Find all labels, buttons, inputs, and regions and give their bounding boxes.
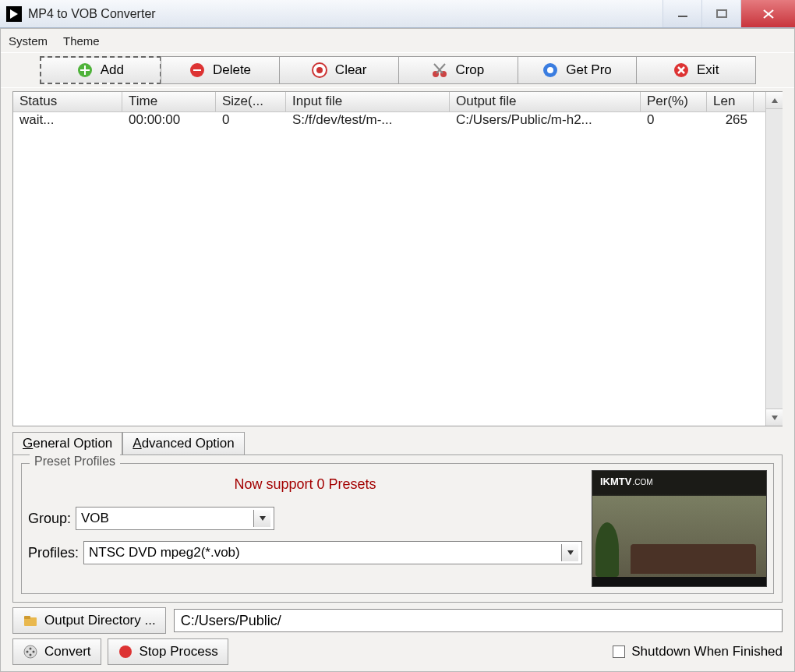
svg-marker-24 <box>567 550 574 555</box>
group-value: VOB <box>81 511 109 526</box>
stop-icon <box>118 644 133 660</box>
convert-icon <box>23 644 38 660</box>
window-title: MP4 to VOB Converter <box>28 7 156 21</box>
file-list: Status Time Size(... Input file Output f… <box>12 91 783 426</box>
col-status-header[interactable]: Status <box>13 92 122 111</box>
col-time-header[interactable]: Time <box>122 92 216 111</box>
bottom-row: Convert Stop Process Shutdown When Finis… <box>12 638 783 665</box>
svg-point-27 <box>24 645 37 658</box>
app-window: MP4 to VOB Converter System Theme Add <box>0 0 795 672</box>
scroll-up-arrow-icon[interactable] <box>766 92 783 109</box>
profiles-combo[interactable]: NTSC DVD mpeg2(*.vob) <box>83 541 582 564</box>
exit-button[interactable]: Exit <box>636 56 756 84</box>
get-pro-button[interactable]: Get Pro <box>518 56 638 84</box>
clear-icon <box>312 62 327 78</box>
svg-marker-22 <box>772 416 778 420</box>
col-input-header[interactable]: Input file <box>286 92 450 111</box>
group-label: Group: <box>28 511 71 527</box>
col-per-header[interactable]: Per(%) <box>641 92 707 111</box>
table-row[interactable]: wait... 00:00:00 0 S:/f/dev/test/m-... C… <box>13 112 765 131</box>
preset-message: Now support 0 Presets <box>28 470 582 507</box>
row-len: 265 <box>707 112 754 131</box>
toolbar: Add Delete Clear Crop Get Pro Exit <box>1 52 794 88</box>
menu-theme[interactable]: Theme <box>63 34 100 48</box>
output-directory-label: Output Directory ... <box>44 613 156 628</box>
menu-system[interactable]: System <box>9 34 48 48</box>
group-combo[interactable]: VOB <box>76 507 274 530</box>
vertical-scrollbar[interactable] <box>765 92 783 426</box>
stop-process-button[interactable]: Stop Process <box>108 638 228 665</box>
get-pro-label: Get Pro <box>566 62 612 78</box>
add-label: Add <box>101 62 124 78</box>
svg-rect-26 <box>24 616 30 619</box>
chevron-down-icon <box>253 510 270 527</box>
exit-icon <box>673 62 689 78</box>
svg-rect-7 <box>80 69 90 71</box>
tab-advanced-rest: dvanced Option <box>142 436 235 451</box>
svg-rect-9 <box>193 69 201 71</box>
preset-legend: Preset Profiles <box>30 454 120 469</box>
svg-marker-21 <box>772 98 778 103</box>
chevron-down-icon <box>561 544 578 561</box>
get-pro-icon <box>542 62 558 78</box>
clear-button[interactable]: Clear <box>279 56 399 84</box>
row-output: C:/Users/Public/m-h2... <box>450 112 641 131</box>
crop-icon <box>432 62 447 78</box>
svg-point-11 <box>316 67 323 73</box>
close-button[interactable] <box>740 0 795 27</box>
svg-point-29 <box>33 651 35 653</box>
output-directory-button[interactable]: Output Directory ... <box>12 607 166 634</box>
delete-button[interactable]: Delete <box>161 56 281 84</box>
crop-button[interactable]: Crop <box>398 56 518 84</box>
preview-brand: IKMTV.COM <box>600 476 653 487</box>
tab-advanced[interactable]: Advanced Option <box>122 432 244 454</box>
col-output-header[interactable]: Output file <box>450 92 641 111</box>
row-status: wait... <box>13 112 122 131</box>
svg-point-28 <box>26 651 29 653</box>
shutdown-checkbox[interactable]: Shutdown When Finished <box>613 644 783 660</box>
profiles-value: NTSC DVD mpeg2(*.vob) <box>89 545 240 561</box>
scroll-down-arrow-icon[interactable] <box>766 409 783 426</box>
profiles-label: Profiles: <box>28 545 79 561</box>
delete-label: Delete <box>213 62 251 78</box>
row-time: 00:00:00 <box>122 112 216 131</box>
option-tabs: General Option Advanced Option <box>12 431 783 454</box>
convert-label: Convert <box>44 644 91 660</box>
svg-rect-1 <box>678 16 687 17</box>
folder-icon <box>23 613 38 628</box>
delete-icon <box>189 62 205 78</box>
preset-profiles-group: Preset Profiles Now support 0 Presets Gr… <box>21 463 774 594</box>
app-icon <box>6 6 22 22</box>
svg-point-32 <box>119 645 132 658</box>
svg-marker-23 <box>260 516 266 521</box>
svg-point-30 <box>30 648 32 650</box>
menubar: System Theme <box>1 29 794 52</box>
svg-rect-2 <box>717 10 726 17</box>
output-path-input[interactable] <box>174 609 783 632</box>
minimize-button[interactable] <box>662 0 701 27</box>
list-header: Status Time Size(... Input file Output f… <box>13 92 765 112</box>
exit-label: Exit <box>697 62 719 78</box>
row-size: 0 <box>216 112 286 131</box>
titlebar: MP4 to VOB Converter <box>0 0 795 28</box>
tab-general[interactable]: General Option <box>12 432 122 454</box>
preview-panel: IKMTV.COM <box>592 470 767 587</box>
svg-point-31 <box>30 654 32 656</box>
stop-label: Stop Process <box>140 644 218 660</box>
tab-body: Preset Profiles Now support 0 Presets Gr… <box>12 454 783 603</box>
svg-marker-0 <box>10 9 18 19</box>
row-per: 0 <box>641 112 707 131</box>
add-icon <box>77 62 93 78</box>
add-button[interactable]: Add <box>40 56 161 84</box>
client-area: System Theme Add Delete Clear Crop <box>0 28 795 672</box>
col-len-header[interactable]: Len <box>707 92 754 111</box>
output-row: Output Directory ... <box>12 607 783 634</box>
row-input: S:/f/dev/test/m-... <box>286 112 450 131</box>
maximize-button[interactable] <box>701 0 740 27</box>
clear-label: Clear <box>335 62 367 78</box>
convert-button[interactable]: Convert <box>12 638 101 665</box>
crop-label: Crop <box>455 62 484 78</box>
col-size-header[interactable]: Size(... <box>216 92 286 111</box>
checkbox-icon <box>613 645 625 658</box>
svg-point-17 <box>547 67 553 73</box>
